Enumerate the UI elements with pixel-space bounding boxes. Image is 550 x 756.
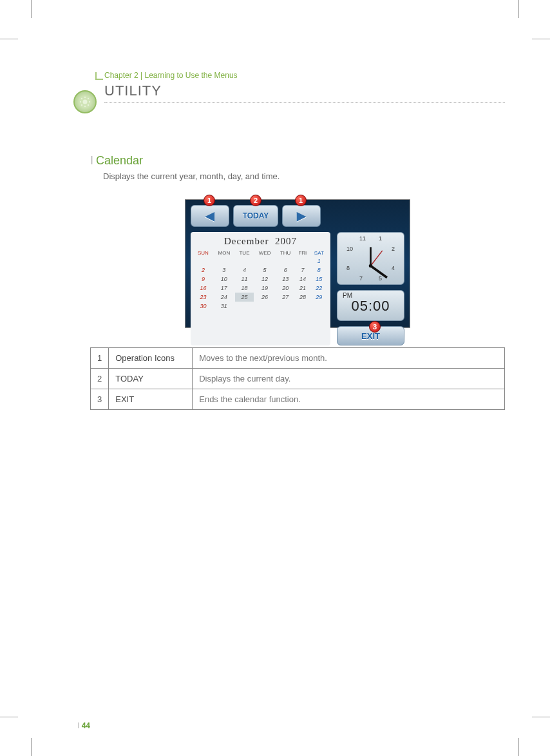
ref-name: TODAY	[109, 369, 193, 389]
crop-mark	[31, 0, 32, 18]
weekday-sun: SUN	[193, 249, 213, 257]
callout-1: 1	[204, 195, 215, 206]
svg-point-3	[80, 101, 81, 102]
callout-2: 2	[250, 195, 261, 206]
crop-mark	[518, 738, 519, 756]
clock-hands-icon	[341, 237, 400, 295]
ref-desc: Ends the calendar function.	[193, 389, 505, 410]
svg-point-12	[369, 264, 372, 267]
chapter-text: Chapter 2 | Learning to Use the Menus	[104, 71, 238, 80]
svg-line-10	[371, 266, 387, 278]
callout-3: 3	[369, 321, 381, 333]
page-number-bar-icon: I	[77, 721, 82, 730]
ref-num: 3	[91, 389, 109, 410]
svg-point-6	[88, 98, 89, 99]
ref-num: 2	[91, 369, 109, 389]
chip-icon	[73, 90, 97, 113]
calendar-panel: December 2007 SUN MON TUE WED THU FRI SA…	[191, 232, 330, 345]
analog-clock: 11 1 2 4 5 7 8 10	[337, 232, 404, 285]
page-number-value: 44	[82, 721, 90, 730]
title-underline	[104, 102, 505, 102]
svg-point-1	[84, 97, 86, 98]
svg-point-2	[84, 106, 86, 107]
table-row: 3 EXIT Ends the calendar function.	[91, 389, 505, 410]
calendar-screenshot: ◀ TODAY ▶ December 2007 SUN MON TUE WED	[185, 199, 410, 328]
crop-mark	[532, 39, 550, 39]
crop-mark	[518, 0, 519, 18]
crop-mark	[532, 717, 550, 717]
table-row: 9101112131415	[193, 275, 328, 284]
time-value: 05:00	[337, 299, 404, 313]
svg-point-0	[83, 100, 88, 104]
today-button-label: TODAY	[243, 211, 269, 220]
table-row: 3031	[193, 302, 328, 311]
table-row: 2345678	[193, 266, 328, 275]
weekday-tue: TUE	[235, 249, 254, 257]
exit-button-label: EXIT	[361, 331, 380, 341]
reference-table: 1 Operation Icons Moves to the next/prev…	[90, 347, 505, 410]
subsection-heading: ICalendar	[90, 154, 505, 168]
table-row: 2 TODAY Displays the current day.	[91, 369, 505, 389]
page-number: I 44	[77, 721, 90, 730]
weekday-thu: THU	[276, 249, 295, 257]
svg-point-4	[89, 101, 90, 102]
calendar-grid: SUN MON TUE WED THU FRI SAT 1 2345678 91…	[193, 249, 328, 311]
ref-name: Operation Icons	[109, 348, 193, 369]
table-row: 16171819202122	[193, 284, 328, 293]
svg-point-8	[88, 104, 89, 106]
chapter-label: Chapter 2 | Learning to Use the Menus	[104, 71, 505, 80]
calendar-month: December	[224, 236, 269, 246]
weekday-sat: SAT	[310, 249, 328, 257]
ref-num: 1	[91, 348, 109, 369]
weekday-wed: WED	[254, 249, 276, 257]
arrow-right-icon: ▶	[297, 209, 306, 223]
subsection-title: Calendar	[96, 154, 143, 167]
crop-mark	[31, 738, 32, 756]
calendar-year: 2007	[275, 236, 297, 246]
ref-name: EXIT	[109, 389, 193, 410]
heading-bar-icon: I	[90, 154, 93, 167]
ref-desc: Displays the current day.	[193, 369, 505, 389]
svg-line-11	[371, 251, 383, 266]
prev-month-button[interactable]: ◀	[191, 205, 229, 227]
today-button[interactable]: TODAY	[233, 205, 278, 227]
subsection-description: Displays the current year, month, day, a…	[103, 171, 505, 181]
callout-1b: 1	[295, 195, 307, 206]
calendar-title: December 2007	[193, 236, 328, 247]
weekday-fri: FRI	[295, 249, 310, 257]
crop-mark	[0, 39, 18, 39]
svg-point-5	[81, 98, 82, 99]
svg-point-7	[81, 104, 82, 106]
section-title: UTILITY	[104, 82, 505, 99]
corner-tick-icon	[95, 72, 103, 80]
arrow-left-icon: ◀	[205, 209, 214, 223]
table-row: 23242526272829	[193, 293, 328, 302]
ref-desc: Moves to the next/previous month.	[193, 348, 505, 369]
next-month-button[interactable]: ▶	[282, 205, 321, 227]
table-row: 1	[193, 257, 328, 266]
weekday-mon: MON	[213, 249, 235, 257]
crop-mark	[0, 717, 18, 717]
table-row: 1 Operation Icons Moves to the next/prev…	[91, 348, 505, 369]
